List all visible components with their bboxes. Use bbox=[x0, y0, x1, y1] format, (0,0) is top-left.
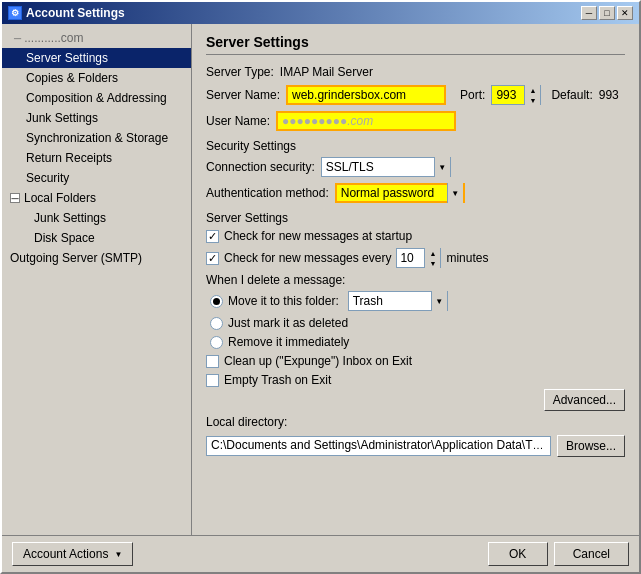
advanced-container: Advanced... bbox=[206, 389, 625, 411]
window-title: Account Settings bbox=[26, 6, 125, 20]
empty-trash-label: Empty Trash on Exit bbox=[224, 373, 331, 387]
port-up-button[interactable]: ▲ bbox=[525, 85, 540, 95]
dialog-buttons: OK Cancel bbox=[488, 542, 629, 566]
title-bar: ⚙ Account Settings ─ □ ✕ bbox=[2, 2, 639, 24]
window-icon: ⚙ bbox=[8, 6, 22, 20]
sidebar-group-local-folders[interactable]: ─ Local Folders bbox=[2, 188, 191, 208]
server-settings-label: Server Settings bbox=[206, 211, 625, 225]
sidebar: ─ ...........com Server Settings Copies … bbox=[2, 24, 192, 535]
connection-security-select[interactable]: SSL/TLS ▼ bbox=[321, 157, 451, 177]
auth-method-select-container: Normal password ▼ bbox=[335, 183, 465, 203]
auth-method-arrow[interactable]: ▼ bbox=[447, 183, 463, 203]
sidebar-item-outgoing-smtp[interactable]: Outgoing Server (SMTP) bbox=[2, 248, 191, 268]
main-content: ─ ...........com Server Settings Copies … bbox=[2, 24, 639, 535]
empty-trash-checkbox[interactable] bbox=[206, 374, 219, 387]
user-name-label: User Name: bbox=[206, 114, 270, 128]
port-input[interactable]: 993 ▲ ▼ bbox=[491, 85, 541, 105]
local-dir-row: C:\Documents and Settings\Administrator\… bbox=[206, 435, 625, 457]
move-folder-arrow[interactable]: ▼ bbox=[431, 291, 447, 311]
sidebar-item-server-settings[interactable]: Server Settings bbox=[2, 48, 191, 68]
default-label: Default: bbox=[551, 88, 592, 102]
user-name-blurred: ●●●●●●●●●.com bbox=[282, 114, 373, 128]
sidebar-item-sync-storage[interactable]: Synchronization & Storage bbox=[2, 128, 191, 148]
local-dir-section: Local directory: C:\Documents and Settin… bbox=[206, 415, 625, 457]
check-every-input[interactable]: 10 ▲ ▼ bbox=[396, 248, 441, 268]
bottom-bar: Account Actions ▼ OK Cancel bbox=[2, 535, 639, 572]
sidebar-item-junk-local[interactable]: Junk Settings bbox=[2, 208, 191, 228]
account-name[interactable]: ─ ...........com bbox=[2, 28, 191, 48]
advanced-button[interactable]: Advanced... bbox=[544, 389, 625, 411]
move-folder-row: Move it to this folder: Trash ▼ bbox=[210, 291, 625, 311]
sidebar-item-security[interactable]: Security bbox=[2, 168, 191, 188]
check-every-label: Check for new messages every bbox=[224, 251, 391, 265]
default-value: 993 bbox=[599, 88, 619, 102]
delete-message-section: When I delete a message: Move it to this… bbox=[206, 273, 625, 349]
auth-method-row: Authentication method: Normal password ▼ bbox=[206, 183, 625, 203]
panel-title: Server Settings bbox=[206, 34, 625, 55]
server-type-label: Server Type: bbox=[206, 65, 274, 79]
port-down-button[interactable]: ▼ bbox=[525, 95, 540, 105]
local-dir-label: Local directory: bbox=[206, 415, 625, 429]
security-settings-label: Security Settings bbox=[206, 139, 625, 153]
empty-trash-row: Empty Trash on Exit bbox=[206, 373, 625, 387]
user-name-input[interactable]: ●●●●●●●●●.com bbox=[276, 111, 456, 131]
server-settings-section: Server Settings Check for new messages a… bbox=[206, 211, 625, 411]
port-spinner[interactable]: ▲ ▼ bbox=[524, 85, 540, 105]
check-every-row: Check for new messages every 10 ▲ ▼ minu… bbox=[206, 248, 625, 268]
minutes-down-button[interactable]: ▼ bbox=[425, 258, 440, 268]
minutes-spinner[interactable]: ▲ ▼ bbox=[424, 248, 440, 268]
server-name-row: Server Name: web.grindersbox.com Port: 9… bbox=[206, 85, 625, 105]
remove-row: Remove it immediately bbox=[210, 335, 625, 349]
clean-up-label: Clean up ("Expunge") Inbox on Exit bbox=[224, 354, 412, 368]
server-name-label: Server Name: bbox=[206, 88, 280, 102]
server-type-row: Server Type: IMAP Mail Server bbox=[206, 65, 625, 79]
connection-security-select-container: SSL/TLS ▼ bbox=[321, 157, 451, 177]
sidebar-item-return-receipts[interactable]: Return Receipts bbox=[2, 148, 191, 168]
sidebar-item-copies-folders[interactable]: Copies & Folders bbox=[2, 68, 191, 88]
sidebar-item-disk-space[interactable]: Disk Space bbox=[2, 228, 191, 248]
account-settings-window: ⚙ Account Settings ─ □ ✕ ─ ...........co… bbox=[0, 0, 641, 574]
just-mark-radio[interactable] bbox=[210, 317, 223, 330]
local-folders-label: Local Folders bbox=[24, 191, 96, 205]
title-bar-left: ⚙ Account Settings bbox=[8, 6, 125, 20]
sidebar-item-composition[interactable]: Composition & Addressing bbox=[2, 88, 191, 108]
browse-button[interactable]: Browse... bbox=[557, 435, 625, 457]
delete-message-label: When I delete a message: bbox=[206, 273, 625, 287]
title-buttons: ─ □ ✕ bbox=[581, 6, 633, 20]
move-folder-label: Move it to this folder: bbox=[228, 294, 339, 308]
clean-up-row: Clean up ("Expunge") Inbox on Exit bbox=[206, 354, 625, 368]
security-settings-section: Security Settings Connection security: S… bbox=[206, 139, 625, 203]
minimize-button[interactable]: ─ bbox=[581, 6, 597, 20]
check-every-checkbox[interactable] bbox=[206, 252, 219, 265]
maximize-button[interactable]: □ bbox=[599, 6, 615, 20]
connection-security-row: Connection security: SSL/TLS ▼ bbox=[206, 157, 625, 177]
minutes-up-button[interactable]: ▲ bbox=[425, 248, 440, 258]
just-mark-row: Just mark it as deleted bbox=[210, 316, 625, 330]
cancel-button[interactable]: Cancel bbox=[554, 542, 629, 566]
connection-security-label: Connection security: bbox=[206, 160, 315, 174]
check-startup-label: Check for new messages at startup bbox=[224, 229, 412, 243]
collapse-icon: ─ bbox=[10, 193, 20, 203]
local-dir-input[interactable]: C:\Documents and Settings\Administrator\… bbox=[206, 436, 551, 456]
check-startup-checkbox[interactable] bbox=[206, 230, 219, 243]
move-folder-radio[interactable] bbox=[210, 295, 223, 308]
remove-radio[interactable] bbox=[210, 336, 223, 349]
port-label: Port: bbox=[460, 88, 485, 102]
sidebar-item-junk[interactable]: Junk Settings bbox=[2, 108, 191, 128]
move-folder-select-container: Trash ▼ bbox=[348, 291, 448, 311]
close-button[interactable]: ✕ bbox=[617, 6, 633, 20]
server-type-value: IMAP Mail Server bbox=[280, 65, 373, 79]
connection-security-arrow[interactable]: ▼ bbox=[434, 157, 450, 177]
dropdown-arrow-icon: ▼ bbox=[114, 550, 122, 559]
just-mark-label: Just mark it as deleted bbox=[228, 316, 348, 330]
ok-button[interactable]: OK bbox=[488, 542, 548, 566]
check-startup-row: Check for new messages at startup bbox=[206, 229, 625, 243]
move-folder-select[interactable]: Trash ▼ bbox=[348, 291, 448, 311]
clean-up-checkbox[interactable] bbox=[206, 355, 219, 368]
user-name-row: User Name: ●●●●●●●●●.com bbox=[206, 111, 625, 131]
account-actions-button[interactable]: Account Actions ▼ bbox=[12, 542, 133, 566]
remove-label: Remove it immediately bbox=[228, 335, 349, 349]
server-name-input[interactable]: web.grindersbox.com bbox=[286, 85, 446, 105]
server-settings-panel: Server Settings Server Type: IMAP Mail S… bbox=[192, 24, 639, 535]
auth-method-select[interactable]: Normal password ▼ bbox=[335, 183, 465, 203]
